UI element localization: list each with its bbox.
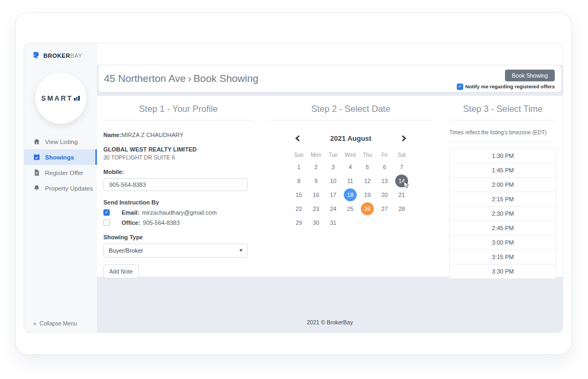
avatar-bars-icon bbox=[74, 96, 80, 101]
brokerage-avatar: SMART bbox=[35, 73, 86, 124]
breadcrumb-separator: › bbox=[188, 73, 191, 84]
calendar-day-11[interactable]: 11 bbox=[342, 174, 359, 188]
calendar-day-3[interactable]: 3 bbox=[325, 160, 342, 174]
time-slot[interactable]: 3:15 PM bbox=[449, 249, 556, 264]
calendar-day-number: 8 bbox=[292, 175, 305, 187]
calendar-day-30[interactable]: 30 bbox=[307, 216, 325, 230]
calendar-day-12[interactable]: 12 bbox=[359, 174, 376, 188]
notify-offers-checkbox[interactable] bbox=[457, 84, 463, 90]
calendar-day-2[interactable]: 2 bbox=[307, 160, 325, 174]
time-slot[interactable]: 3:30 PM bbox=[449, 264, 556, 279]
mobile-input[interactable]: 905-564-8383 bbox=[103, 178, 248, 191]
calendar-weekday-header: Sat bbox=[393, 149, 410, 160]
app-window: BROKERBAY SMART View ListingShowingsRegi… bbox=[15, 12, 572, 355]
calendar-weekday-header: Sun bbox=[290, 149, 307, 160]
calendar-day-number: 4 bbox=[344, 161, 357, 173]
notify-offers-row: Notify me regarding registered offers bbox=[457, 84, 555, 90]
time-slot[interactable]: 1:30 PM bbox=[449, 148, 556, 163]
calendar-day-31[interactable]: 31 bbox=[325, 216, 342, 230]
calendar-day-21[interactable]: 21 bbox=[393, 188, 410, 202]
sidebar-item-view-listing[interactable]: View Listing bbox=[24, 134, 97, 149]
footer: 2021 © BrokerBay bbox=[97, 319, 563, 332]
calendar-day-16[interactable]: 16 bbox=[307, 188, 325, 202]
email-value: mirzachaudhary@gmail.com bbox=[142, 209, 217, 216]
time-slot[interactable]: 2:00 PM bbox=[449, 177, 556, 192]
time-slot[interactable]: 2:15 PM bbox=[449, 192, 556, 207]
sidebar-item-showings[interactable]: Showings bbox=[24, 149, 97, 165]
calendar-day-24[interactable]: 24 bbox=[325, 202, 342, 216]
sidebar-item-label: View Listing bbox=[45, 139, 78, 145]
document-icon bbox=[33, 169, 40, 176]
calendar-day-25[interactable]: 25 bbox=[342, 202, 359, 216]
calendar-day-5[interactable]: 5 bbox=[359, 160, 376, 174]
collapse-chevrons-icon: « bbox=[33, 320, 36, 327]
calendar-weekday-header: Fri bbox=[376, 149, 393, 160]
step3-heading: Step 3 - Select Time bbox=[449, 104, 556, 114]
calendar-day-19[interactable]: 19 bbox=[359, 188, 376, 202]
calendar-day-number: 29 bbox=[292, 216, 305, 229]
calendar-day-9[interactable]: 9 bbox=[307, 174, 325, 188]
brand-text-bold: BROKER bbox=[43, 52, 70, 59]
breadcrumb: 45 Northerton Ave›Book Showing bbox=[104, 73, 259, 85]
calendar-day-14[interactable]: 14 bbox=[393, 174, 410, 188]
calendar-day-number: 10 bbox=[327, 175, 340, 187]
avatar-brand-text: SMART bbox=[41, 94, 73, 102]
calendar-day-4[interactable]: 4 bbox=[342, 160, 359, 174]
email-checkbox[interactable] bbox=[103, 209, 110, 216]
calendar-day-number: 2 bbox=[310, 161, 322, 173]
time-slot[interactable]: 2:30 PM bbox=[449, 206, 556, 221]
calendar-day-number: 20 bbox=[378, 188, 391, 201]
time-slot[interactable]: 1:45 PM bbox=[449, 163, 556, 178]
page-header: 45 Northerton Ave›Book Showing Book Show… bbox=[99, 65, 561, 92]
sidebar-menu: View ListingShowingsRegister OfferProper… bbox=[24, 134, 97, 196]
calendar-prev-button[interactable] bbox=[295, 135, 301, 142]
office-instruction-row: Office: 905-564-8383 bbox=[103, 219, 253, 226]
calendar-day-1[interactable]: 1 bbox=[290, 160, 307, 174]
book-showing-button[interactable]: Book Showing bbox=[505, 70, 555, 81]
calendar-day-15[interactable]: 15 bbox=[290, 188, 307, 202]
office-checkbox[interactable] bbox=[103, 219, 110, 226]
showing-type-label: Showing Type bbox=[103, 234, 253, 240]
calendar-day-number: 15 bbox=[292, 188, 305, 201]
calendar-day-29[interactable]: 29 bbox=[290, 216, 307, 230]
calendar-day-number: 12 bbox=[361, 175, 374, 187]
step1-heading: Step 1 - Your Profile bbox=[103, 104, 253, 114]
timezone-divider bbox=[449, 141, 556, 142]
sidebar-item-label: Property Updates bbox=[45, 185, 93, 192]
breadcrumb-listing: 45 Northerton Ave bbox=[104, 73, 186, 84]
calendar-day-23[interactable]: 23 bbox=[307, 202, 325, 216]
collapse-menu-button[interactable]: « Collapse Menu bbox=[33, 320, 77, 327]
calendar-day-28[interactable]: 28 bbox=[393, 202, 410, 216]
step3-column: Step 3 - Select Time Times reflect the l… bbox=[441, 96, 563, 277]
calendar-day-20[interactable]: 20 bbox=[376, 188, 393, 202]
calendar-day-number: 21 bbox=[395, 188, 408, 201]
booking-panel: Step 1 - Your Profile Name:MIRZA Z CHAUD… bbox=[97, 96, 563, 277]
calendar-day-6[interactable]: 6 bbox=[376, 160, 393, 174]
showing-type-select[interactable]: Buyer/Broker bbox=[103, 244, 248, 257]
sidebar: BROKERBAY SMART View ListingShowingsRegi… bbox=[24, 43, 97, 332]
calendar-day-number: 22 bbox=[292, 202, 305, 215]
calendar-check-icon bbox=[33, 154, 40, 161]
calendar-day-8[interactable]: 8 bbox=[290, 174, 307, 188]
add-note-button[interactable]: Add Note bbox=[103, 264, 139, 278]
calendar-day-7[interactable]: 7 bbox=[393, 160, 410, 174]
mobile-label: Mobile: bbox=[103, 169, 253, 175]
calendar-day-26[interactable]: 26 bbox=[359, 202, 376, 216]
send-instruction-label: Send Instruction By bbox=[103, 199, 253, 206]
calendar-day-17[interactable]: 17 bbox=[325, 188, 342, 202]
calendar-month-title: 2021 August bbox=[330, 134, 372, 142]
calendar-day-number: 31 bbox=[327, 216, 340, 229]
calendar-day-27[interactable]: 27 bbox=[376, 202, 393, 216]
time-slot[interactable]: 2:45 PM bbox=[449, 221, 556, 236]
time-slot[interactable]: 3:00 PM bbox=[449, 235, 556, 250]
calendar-day-13[interactable]: 13 bbox=[376, 174, 393, 188]
sidebar-item-register-offer[interactable]: Register Offer bbox=[24, 165, 97, 180]
calendar-day-18[interactable]: 18 bbox=[342, 188, 359, 202]
chevron-right-icon bbox=[400, 135, 407, 142]
calendar-day-10[interactable]: 10 bbox=[325, 174, 342, 188]
calendar-day-number: 24 bbox=[327, 202, 340, 215]
calendar-day-22[interactable]: 22 bbox=[290, 202, 307, 216]
breadcrumb-page: Book Showing bbox=[193, 73, 258, 84]
calendar-next-button[interactable] bbox=[400, 135, 407, 142]
sidebar-item-property-updates[interactable]: Property Updates bbox=[24, 180, 97, 196]
